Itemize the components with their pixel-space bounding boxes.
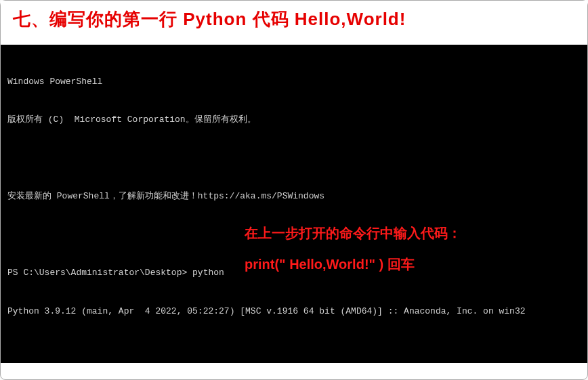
document-frame: 七、编写你的第一行 Python 代码 Hello,World! Windows…: [0, 0, 588, 380]
heading-bar: 七、编写你的第一行 Python 代码 Hello,World!: [1, 1, 587, 45]
term-line-version: Python 3.9.12 (main, Apr 4 2022, 05:22:2…: [7, 305, 581, 318]
term-line-title: Windows PowerShell: [7, 76, 581, 89]
annotation-code: print(" Hello,World!" ) 回车: [245, 255, 415, 274]
term-line-copyright: 版权所有 (C) Microsoft Corporation。保留所有权利。: [7, 114, 581, 127]
section-heading: 七、编写你的第一行 Python 代码 Hello,World!: [13, 7, 575, 31]
term-line-blank: [7, 343, 581, 356]
terminal-window[interactable]: Windows PowerShell 版权所有 (C) Microsoft Co…: [1, 45, 587, 363]
term-line-install: 安装最新的 PowerShell，了解新功能和改进！https://aka.ms…: [7, 190, 581, 203]
term-line-blank: [7, 152, 581, 165]
annotation-instruction: 在上一步打开的命令行中输入代码：: [245, 224, 461, 243]
